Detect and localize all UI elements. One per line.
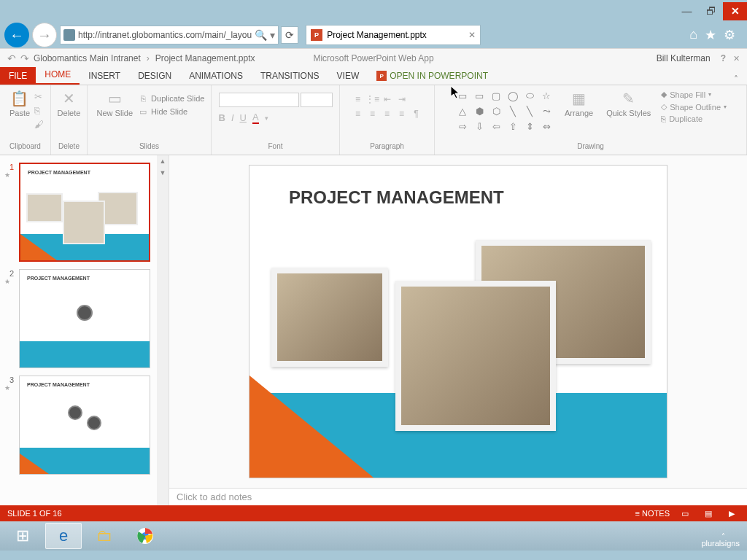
arrow-updown-icon[interactable]: ⇕ <box>522 119 538 133</box>
refresh-button[interactable]: ⟳ <box>281 26 298 44</box>
window-close-button[interactable]: ✕ <box>723 2 747 20</box>
italic-button[interactable]: I <box>231 112 234 123</box>
slide-thumbnail-2[interactable]: PROJECT MANAGEMENT <box>19 269 150 368</box>
text-direction-icon[interactable]: ¶ <box>410 107 423 120</box>
slide-thumbnail-3[interactable]: PROJECT MANAGEMENT <box>19 376 150 475</box>
rectangle-shape-icon[interactable]: ▭ <box>471 88 487 103</box>
arrow-left-icon[interactable]: ⇦ <box>488 119 504 133</box>
shape-fill-button[interactable]: ◆Shape Fill▾ <box>661 90 727 99</box>
notes-toggle[interactable]: ≡ NOTES <box>635 509 670 518</box>
font-size-select[interactable] <box>301 93 333 107</box>
arrow-right-icon[interactable]: ⇨ <box>454 119 471 133</box>
shape-outline-button[interactable]: ◇Shape Outline▾ <box>661 102 727 112</box>
format-painter-icon[interactable]: 🖌 <box>34 119 44 130</box>
scroll-up-icon[interactable]: ▲ <box>157 155 169 167</box>
slide-image[interactable] <box>271 268 388 367</box>
slide-thumbnail-1[interactable]: PROJECT MANAGEMENT <box>19 163 150 262</box>
home-icon[interactable]: ⌂ <box>689 27 697 43</box>
cube-shape-icon[interactable]: ⬡ <box>488 104 504 118</box>
tab-animations[interactable]: ANIMATIONS <box>180 67 252 85</box>
increase-indent-icon[interactable]: ⇥ <box>395 93 409 106</box>
user-name[interactable]: Bill Kulterman <box>657 53 711 63</box>
taskbar-explorer[interactable]: 🗀 <box>86 523 123 549</box>
numbering-icon[interactable]: ⋮≡ <box>366 93 379 106</box>
taskbar-chrome[interactable] <box>127 523 163 549</box>
animation-indicator-icon: ★ <box>4 384 19 392</box>
maximize-button[interactable]: 🗗 <box>699 2 723 20</box>
thumbnail-scrollbar[interactable]: ▲ ▼ <box>157 155 169 505</box>
slide-title[interactable]: PROJECT MANAGEMENT <box>289 187 504 208</box>
address-bar[interactable]: http://intranet.globomantics.com/main/_l… <box>60 26 279 44</box>
justify-icon[interactable]: ≡ <box>395 107 409 120</box>
star-shape-icon[interactable]: ☆ <box>538 88 554 103</box>
cut-icon[interactable]: ✂ <box>34 91 44 102</box>
scroll-down-icon[interactable]: ▼ <box>157 167 169 179</box>
browser-tab[interactable]: P Project Management.pptx ✕ <box>306 25 481 45</box>
search-icon[interactable]: 🔍 <box>255 29 267 41</box>
bullets-icon[interactable]: ≡ <box>352 93 365 106</box>
copy-icon[interactable]: ⎘ <box>34 105 44 116</box>
font-color-button[interactable]: A <box>252 112 259 124</box>
tab-home[interactable]: HOME <box>36 66 80 85</box>
tab-view[interactable]: VIEW <box>328 67 368 85</box>
forward-button[interactable]: → <box>32 23 57 47</box>
arrow-leftright-icon[interactable]: ⇔ <box>538 119 554 133</box>
oval-shape-icon[interactable]: ◯ <box>505 88 521 103</box>
delete-button[interactable]: ✕ Delete <box>55 88 84 119</box>
breadcrumb-root[interactable]: Globomantics Main Intranet <box>34 53 141 63</box>
align-left-icon[interactable]: ≡ <box>352 107 365 120</box>
tab-file[interactable]: FILE <box>0 67 36 85</box>
connector-shape-icon[interactable]: ⤳ <box>538 104 554 118</box>
duplicate-shape-button[interactable]: ⎘Duplicate <box>661 114 727 123</box>
duplicate-slide-button[interactable]: ⎘Duplicate Slide <box>137 93 204 104</box>
favorites-icon[interactable]: ★ <box>705 27 716 43</box>
triangle-shape-icon[interactable]: △ <box>454 104 471 118</box>
slide-image[interactable] <box>395 281 556 431</box>
font-dropdown-icon[interactable]: ▾ <box>265 114 268 122</box>
reading-view-button[interactable]: ▤ <box>700 508 716 519</box>
bold-button[interactable]: B <box>219 112 225 123</box>
redo-button[interactable]: ↷ <box>20 52 29 64</box>
app-close-button[interactable]: ✕ <box>733 54 740 63</box>
textbox-shape-icon[interactable]: ▭ <box>454 88 471 103</box>
rounded-rect-shape-icon[interactable]: ▢ <box>488 88 504 103</box>
animation-indicator-icon: ★ <box>4 278 19 285</box>
collapse-ribbon-icon[interactable]: ˄ <box>734 74 747 85</box>
tab-design[interactable]: DESIGN <box>129 67 180 85</box>
tab-insert[interactable]: INSERT <box>80 67 129 85</box>
arrow-up-icon[interactable]: ⇧ <box>505 119 521 133</box>
font-family-select[interactable] <box>219 93 299 107</box>
settings-icon[interactable]: ⚙ <box>724 27 735 43</box>
dropdown-icon[interactable]: ▾ <box>270 29 275 41</box>
notes-field[interactable]: Click to add notes <box>169 488 747 505</box>
help-button[interactable]: ? <box>721 53 726 63</box>
tab-close-icon[interactable]: ✕ <box>468 30 476 40</box>
align-right-icon[interactable]: ≡ <box>381 107 394 120</box>
normal-view-button[interactable]: ▭ <box>677 508 693 519</box>
line-shape-icon[interactable]: ╲ <box>505 104 521 118</box>
back-button[interactable]: ← <box>4 23 29 47</box>
start-button[interactable]: ⊞ <box>4 523 41 549</box>
breadcrumb-file[interactable]: Project Management.pptx <box>155 53 255 63</box>
url-text: http://intranet.globomantics.com/main/_l… <box>78 30 252 40</box>
slideshow-button[interactable]: ▶ <box>724 508 740 519</box>
slide-canvas[interactable]: PROJECT MANAGEMENT <box>249 165 667 478</box>
minimize-button[interactable]: — <box>675 2 699 20</box>
underline-button[interactable]: U <box>240 112 247 123</box>
quick-styles-button[interactable]: ✎Quick Styles <box>603 88 654 119</box>
undo-button[interactable]: ↶ <box>7 52 16 64</box>
tab-transitions[interactable]: TRANSITIONS <box>252 67 328 85</box>
cylinder-shape-icon[interactable]: ⬢ <box>471 104 487 118</box>
line2-shape-icon[interactable]: ╲ <box>522 104 538 118</box>
arrange-button[interactable]: ▦Arrange <box>562 88 596 119</box>
taskbar-ie[interactable]: e <box>45 523 82 549</box>
new-slide-button[interactable]: ▭ New Slide <box>94 88 136 119</box>
arrow-down-icon[interactable]: ⇩ <box>471 119 487 133</box>
decrease-indent-icon[interactable]: ⇤ <box>381 93 394 106</box>
callout-shape-icon[interactable]: ⬭ <box>522 88 538 103</box>
open-in-powerpoint-button[interactable]: P OPEN IN POWERPOINT <box>368 67 497 85</box>
paste-button[interactable]: 📋 Paste <box>7 88 33 119</box>
hide-slide-button[interactable]: ▭Hide Slide <box>137 106 204 117</box>
shapes-gallery[interactable]: ▭▭▢◯⬭☆ △⬢⬡╲╲⤳ ⇨⇩⇦⇧⇕⇔ <box>454 88 554 133</box>
align-center-icon[interactable]: ≡ <box>366 107 379 120</box>
